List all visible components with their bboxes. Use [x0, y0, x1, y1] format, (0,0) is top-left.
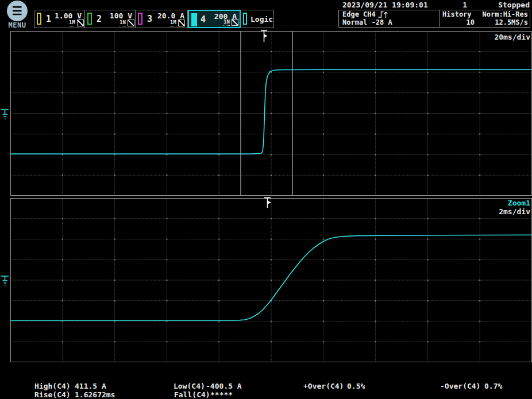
measure-nover-value: 0.7% — [484, 382, 502, 390]
menu-button-label: MENU — [6, 21, 28, 29]
trigger-position-marker-zoom[interactable] — [263, 197, 272, 209]
acquisition-mode: Norm:Hi-Res — [483, 10, 528, 19]
measure-high-value: 411.5 A — [75, 382, 106, 390]
channel-strip: 1 1.00 V 1M 2 100 V 1N 3 20.0 A 1M — [34, 10, 274, 28]
main-timebase-label: 20ms/div — [494, 33, 530, 41]
channel-2-coupling-icon: 1N — [119, 20, 126, 26]
zoom-title-label: Zoom1 — [508, 199, 530, 207]
channel-4-color-chip — [191, 13, 197, 26]
channel-1-number: 1 — [46, 14, 51, 24]
channel-4-coupling-icon: 1N — [223, 19, 230, 26]
channel-1-coupling-icon: 1M — [69, 20, 75, 26]
measure-fall-value: ***** — [210, 390, 233, 399]
channel-4-probe-icon — [232, 19, 238, 26]
channel-3-probe-icon — [178, 20, 185, 26]
trigger-acquisition-panel: Edge CH4 Normal -28 A History Norm:Hi-Re… — [338, 10, 530, 28]
main-grid — [10, 31, 532, 196]
ch4-ground-level-icon-zoom[interactable] — [1, 273, 10, 288]
channel-2-number: 2 — [97, 14, 102, 24]
history-value: 10 — [457, 18, 475, 27]
logic-box[interactable]: Logic — [241, 10, 274, 28]
channel-2-box[interactable]: 2 100 V 1N — [85, 10, 136, 28]
measure-high-label: High(C4) — [34, 382, 71, 390]
channel-1-box[interactable]: 1 1.00 V 1M — [34, 10, 85, 28]
channel-1-probe-icon — [77, 20, 84, 26]
channel-2-scale: 100 V — [110, 11, 132, 20]
main-graticule — [10, 31, 532, 196]
trigger-type: Edge CH4 — [342, 10, 376, 19]
measure-low-value: -400.5 A — [206, 382, 242, 390]
menu-icon: ☰ — [7, 1, 28, 21]
panel-divider — [439, 10, 440, 27]
measure-pover-label: +Over(C4) — [303, 382, 344, 390]
measure-low-label: Low(C4) — [174, 382, 205, 390]
measure-rise-value: 1.62672ms — [75, 390, 115, 399]
trigger-settings[interactable]: Edge CH4 — [342, 10, 388, 19]
channel-4-box[interactable]: 4 200 A 1N — [188, 10, 241, 28]
channel-3-color-chip — [138, 13, 142, 25]
measure-nover-label: -Over(C4) — [440, 382, 480, 390]
channel-3-scale: 20.0 A — [157, 11, 184, 20]
zoom-timebase-label: 2ms/div — [499, 207, 530, 216]
trigger-position-marker-main[interactable] — [260, 30, 269, 43]
measure-rise-label: Rise(C4) — [34, 390, 71, 399]
channel-1-scale: 1.00 V — [55, 11, 82, 20]
ch4-ground-level-icon-main[interactable] — [1, 106, 10, 121]
history-label[interactable]: History — [442, 10, 472, 19]
oscilloscope-screen: ☰ MENU 1 1.00 V 1M 2 100 V 1N 3 20.0 — [0, 0, 532, 399]
channel-2-color-chip — [87, 13, 92, 25]
rising-edge-icon — [378, 11, 388, 18]
menu-button[interactable]: ☰ MENU — [6, 1, 28, 30]
channel-3-number: 3 — [147, 14, 152, 24]
datetime: 2023/09/21 19:09:01 — [342, 1, 428, 9]
channel-4-number: 4 — [201, 14, 206, 25]
channel-3-coupling-icon: 1M — [170, 20, 176, 26]
run-state: Stopped — [498, 1, 530, 9]
zoom-grid — [10, 198, 532, 362]
measure-fall-label: Fall(C4) — [174, 390, 210, 399]
logic-color-chip — [243, 13, 247, 25]
channel-3-box[interactable]: 3 20.0 A 1M — [136, 10, 188, 28]
zoom-graticule — [10, 198, 532, 362]
trigger-mode-level: Normal -28 A — [342, 18, 392, 27]
channel-2-probe-icon — [128, 20, 134, 26]
logic-label: Logic — [250, 15, 273, 24]
sample-rate: 12.5MS/s — [495, 18, 528, 27]
channel-1-color-chip — [37, 13, 41, 25]
acquisition-count: 1 — [451, 1, 467, 9]
measure-pover-value: 0.5% — [347, 382, 365, 390]
